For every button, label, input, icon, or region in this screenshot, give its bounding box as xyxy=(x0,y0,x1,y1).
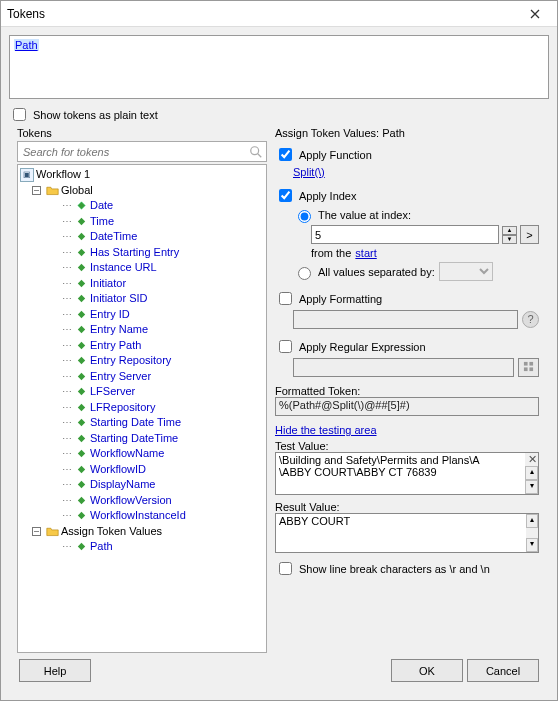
tree-item[interactable]: ⋯Initiator xyxy=(18,276,266,292)
formatting-input[interactable] xyxy=(293,310,518,329)
tree-connector-icon: ⋯ xyxy=(62,322,71,338)
expander-icon[interactable]: – xyxy=(32,527,41,536)
index-separator-select[interactable] xyxy=(439,262,493,281)
function-link[interactable]: Split(\) xyxy=(293,166,325,178)
show-plain-label: Show tokens as plain text xyxy=(33,109,158,121)
tree-item[interactable]: ⋯WorkflowVersion xyxy=(18,493,266,509)
tree-folder-assign[interactable]: – Assign Token Values xyxy=(18,524,266,540)
clear-test-button[interactable]: ✕ xyxy=(525,453,538,466)
index-spin-up[interactable]: ▲ xyxy=(502,226,517,235)
show-linebreaks-checkbox[interactable] xyxy=(279,562,292,575)
tree-item[interactable]: ⋯Entry Path xyxy=(18,338,266,354)
apply-formatting-label: Apply Formatting xyxy=(299,293,382,305)
token-leaf-icon xyxy=(74,354,88,368)
tree-item[interactable]: ⋯Starting Date Time xyxy=(18,415,266,431)
token-tree[interactable]: ▣ Workflow 1 – Global ⋯Date ⋯Time ⋯DateT… xyxy=(17,164,267,653)
tree-item[interactable]: ⋯WorkflowID xyxy=(18,462,266,478)
tree-connector-icon: ⋯ xyxy=(62,353,71,369)
tree-item[interactable]: ⋯Entry ID xyxy=(18,307,266,323)
tokens-group-label: Tokens xyxy=(17,127,267,139)
tree-folder-global[interactable]: – Global xyxy=(18,183,266,199)
index-at-radio[interactable] xyxy=(298,210,311,223)
test-value-input[interactable]: \Building and Safety\Permits and Plans\A… xyxy=(275,452,525,495)
help-icon[interactable]: ? xyxy=(522,311,539,328)
token-search[interactable] xyxy=(17,141,267,162)
token-leaf-icon xyxy=(74,338,88,352)
tree-root[interactable]: ▣ Workflow 1 xyxy=(18,167,266,183)
tree-item[interactable]: ⋯Entry Server xyxy=(18,369,266,385)
index-spin-down[interactable]: ▼ xyxy=(502,235,517,244)
tree-connector-icon: ⋯ xyxy=(62,307,71,323)
tree-connector-icon: ⋯ xyxy=(62,338,71,354)
close-button[interactable] xyxy=(519,4,551,24)
apply-index-checkbox[interactable] xyxy=(279,189,292,202)
tree-connector-icon: ⋯ xyxy=(62,260,71,276)
scroll-up-icon[interactable]: ▴ xyxy=(526,514,538,528)
hide-testing-link[interactable]: Hide the testing area xyxy=(275,424,377,436)
tree-item[interactable]: ⋯Starting DateTime xyxy=(18,431,266,447)
tree-item[interactable]: ⋯Instance URL xyxy=(18,260,266,276)
tree-connector-icon: ⋯ xyxy=(62,415,71,431)
token-search-input[interactable] xyxy=(21,145,249,159)
titlebar: Tokens xyxy=(1,1,557,27)
token-chip-path[interactable]: Path xyxy=(14,39,39,51)
token-leaf-icon xyxy=(74,462,88,476)
token-leaf-icon xyxy=(74,307,88,321)
tree-item[interactable]: ⋯DateTime xyxy=(18,229,266,245)
help-button[interactable]: Help xyxy=(19,659,91,682)
scroll-down-icon[interactable]: ▾ xyxy=(525,480,538,494)
apply-function-checkbox[interactable] xyxy=(279,148,292,161)
cancel-button[interactable]: Cancel xyxy=(467,659,539,682)
token-leaf-icon xyxy=(74,199,88,213)
tree-item[interactable]: ⋯LFRepository xyxy=(18,400,266,416)
svg-point-0 xyxy=(251,146,259,154)
index-all-radio[interactable] xyxy=(298,267,311,280)
tree-connector-icon: ⋯ xyxy=(62,229,71,245)
folder-icon xyxy=(45,524,59,538)
tree-item[interactable]: ⋯DisplayName xyxy=(18,477,266,493)
ok-button[interactable]: OK xyxy=(391,659,463,682)
index-token-button[interactable]: > xyxy=(520,225,539,244)
tree-item[interactable]: ⋯Path xyxy=(18,539,266,555)
tree-folder-label: Global xyxy=(61,183,93,199)
token-leaf-icon xyxy=(74,385,88,399)
svg-rect-2 xyxy=(529,362,533,366)
tree-item[interactable]: ⋯Entry Repository xyxy=(18,353,266,369)
index-from-prefix: from the xyxy=(311,247,351,259)
tree-item[interactable]: ⋯WorkflowInstanceId xyxy=(18,508,266,524)
test-value-label: Test Value: xyxy=(275,440,539,452)
show-plain-checkbox[interactable] xyxy=(13,108,26,121)
window-title: Tokens xyxy=(7,7,45,21)
tree-connector-icon: ⋯ xyxy=(62,214,71,230)
close-icon xyxy=(530,9,540,19)
tree-item[interactable]: ⋯Has Starting Entry xyxy=(18,245,266,261)
search-icon xyxy=(249,145,263,159)
token-leaf-icon xyxy=(74,478,88,492)
index-from-link[interactable]: start xyxy=(355,247,376,259)
tree-item[interactable]: ⋯Time xyxy=(18,214,266,230)
tree-connector-icon: ⋯ xyxy=(62,291,71,307)
workflow-icon: ▣ xyxy=(20,168,34,182)
expander-icon[interactable]: – xyxy=(32,186,41,195)
scroll-up-icon[interactable]: ▴ xyxy=(525,466,538,480)
tree-item[interactable]: ⋯WorkflowName xyxy=(18,446,266,462)
scroll-down-icon[interactable]: ▾ xyxy=(526,538,538,552)
tree-connector-icon: ⋯ xyxy=(62,431,71,447)
tree-item[interactable]: ⋯Initiator SID xyxy=(18,291,266,307)
regex-input[interactable] xyxy=(293,358,514,377)
result-value-output: ABBY COURT xyxy=(275,513,526,553)
tree-item[interactable]: ⋯LFServer xyxy=(18,384,266,400)
regex-editor-icon xyxy=(523,361,534,372)
regex-editor-button[interactable] xyxy=(518,358,539,377)
apply-function-label: Apply Function xyxy=(299,149,372,161)
tree-connector-icon: ⋯ xyxy=(62,539,71,555)
tree-item[interactable]: ⋯Entry Name xyxy=(18,322,266,338)
apply-regex-checkbox[interactable] xyxy=(279,340,292,353)
apply-formatting-checkbox[interactable] xyxy=(279,292,292,305)
index-value-input[interactable] xyxy=(311,225,499,244)
token-leaf-icon xyxy=(74,292,88,306)
token-preview-box[interactable]: Path xyxy=(9,35,549,99)
tree-root-label: Workflow 1 xyxy=(36,167,90,183)
apply-regex-label: Apply Regular Expression xyxy=(299,341,426,353)
tree-item[interactable]: ⋯Date xyxy=(18,198,266,214)
